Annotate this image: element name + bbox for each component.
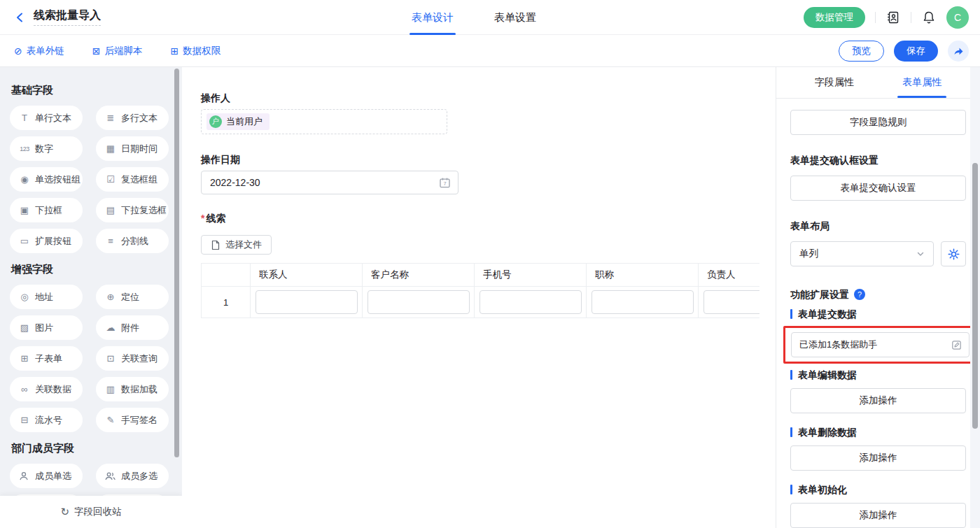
sidebar-item-label: 关联查询 [121, 352, 158, 365]
contacts-icon[interactable] [886, 10, 901, 25]
sidebar-item-label: 地址 [35, 291, 53, 304]
sidebar-item-address[interactable]: ◎地址 [10, 285, 83, 309]
add-action-delete-button[interactable]: 添加操作 [790, 445, 966, 471]
cell-contact [251, 287, 363, 318]
tab-form-design[interactable]: 表单设计 [412, 0, 454, 35]
layout-select[interactable]: 单列 [790, 241, 934, 266]
data-assistant-entry[interactable]: 已添加1条数据助手 [791, 332, 969, 357]
sidebar-item-number[interactable]: 123数字 [10, 136, 83, 161]
tab-form-properties[interactable]: 表单属性 [878, 67, 967, 98]
phone-input[interactable] [479, 290, 582, 314]
save-button[interactable]: 保存 [894, 41, 938, 62]
cell-customer [363, 287, 475, 318]
sidebar-item-label: 关联数据 [35, 383, 71, 396]
chart-bars-icon: ▥ [105, 384, 116, 394]
sidebar-item-member-single[interactable]: 成员单选 [10, 464, 83, 488]
sidebar-item-label: 成员单选 [35, 470, 71, 483]
sidebar-scrollbar[interactable] [174, 69, 179, 457]
pen-icon: ✎ [105, 415, 116, 425]
field-library-sidebar: 基础字段 T单行文本 ≣多行文本 123数字 ▦日期时间 ◉单选按钮组 ☑复选框… [0, 67, 182, 528]
edit-icon[interactable] [951, 340, 962, 350]
layout-settings-button[interactable] [941, 241, 966, 266]
sidebar-item-label: 数字 [35, 143, 53, 155]
help-icon[interactable]: ? [854, 289, 865, 300]
sidebar-item-single-line-text[interactable]: T单行文本 [10, 106, 83, 130]
sidebar-item-label: 子表单 [35, 352, 62, 365]
sidebar-item-location[interactable]: ⊕定位 [96, 285, 169, 309]
choose-file-label: 选择文件 [225, 238, 262, 251]
user-avatar[interactable]: C [946, 6, 969, 29]
add-action-init-button[interactable]: 添加操作 [790, 503, 966, 528]
form-external-link[interactable]: ⊘ 表单外链 [14, 45, 64, 57]
tab-field-properties[interactable]: 字段属性 [790, 67, 878, 98]
properties-tabs: 字段属性 表单属性 [776, 67, 980, 99]
extension-section-title: 功能扩展设置 [790, 287, 849, 301]
sidebar-item-multi-select[interactable]: ▤下拉复选框 [96, 198, 169, 222]
owner-input[interactable] [704, 290, 760, 314]
operator-user-box[interactable]: 户 当前用户 [201, 109, 447, 134]
sidebar-item-label: 复选框组 [121, 173, 158, 186]
calendar-icon: 7 [439, 177, 451, 189]
field-visibility-rules-button[interactable]: 字段显隐规则 [790, 110, 966, 135]
preview-button[interactable]: 预览 [839, 41, 884, 62]
sidebar-item-label: 流水号 [35, 414, 62, 427]
field-clue[interactable]: *线索 选择文件 联系人 客户名称 手机号 职称 负责人 [201, 211, 776, 318]
sidebar-item-image[interactable]: ▨图片 [10, 315, 83, 340]
field-recycle-bin-button[interactable]: ↻ 字段回收站 [0, 496, 182, 528]
checkbox-icon: ☑ [105, 174, 116, 185]
cell-owner [699, 287, 760, 318]
sidebar-item-extend-button[interactable]: ▭扩展按钮 [10, 229, 83, 253]
sidebar-item-attachment[interactable]: ☁附件 [96, 315, 169, 340]
field-operator[interactable]: 操作人 户 当前用户 [201, 91, 776, 134]
sidebar-item-subform[interactable]: ⊞子表单 [10, 346, 83, 371]
current-user-tag[interactable]: 户 当前用户 [206, 113, 270, 130]
add-action-edit-button[interactable]: 添加操作 [790, 388, 966, 413]
customer-input[interactable] [368, 290, 470, 314]
sidebar-item-label: 日期时间 [121, 143, 158, 155]
sidebar-item-linked-data[interactable]: ∞关联数据 [10, 377, 83, 401]
sidebar-item-checkbox-group[interactable]: ☑复选框组 [96, 167, 169, 192]
submit-confirm-settings-button[interactable]: 表单提交确认设置 [790, 176, 966, 201]
sidebar-item-member-multi[interactable]: 成员多选 [96, 464, 169, 488]
share-button[interactable] [948, 41, 969, 62]
sidebar-item-multi-line-text[interactable]: ≣多行文本 [96, 106, 169, 130]
title-input[interactable] [592, 290, 694, 314]
layout-select-value: 单列 [799, 248, 818, 260]
backend-script-link[interactable]: ⊠ 后端脚本 [92, 45, 143, 57]
radio-icon: ◉ [19, 174, 30, 185]
page-title[interactable]: 线索批量导入 [34, 9, 101, 26]
highlight-red-box: 已添加1条数据助手 [783, 326, 977, 364]
group-label-delete-data: 表单删除数据 [790, 425, 966, 439]
field-operation-date[interactable]: 操作日期 2022-12-30 7 [201, 152, 776, 194]
section-title-enhanced-fields: 增强字段 [11, 263, 168, 276]
notification-bell-icon[interactable] [921, 10, 937, 25]
data-manage-button[interactable]: 数据管理 [804, 7, 865, 28]
cell-title [587, 287, 699, 318]
gear-icon [948, 248, 960, 260]
contact-input[interactable] [255, 290, 358, 314]
tab-form-settings[interactable]: 表单设置 [494, 0, 536, 35]
sidebar-item-radio-group[interactable]: ◉单选按钮组 [10, 167, 83, 192]
choose-file-button[interactable]: 选择文件 [201, 235, 272, 255]
section-title-member-fields: 部门成员字段 [11, 442, 168, 455]
sidebar-item-signature[interactable]: ✎手写签名 [96, 408, 169, 432]
data-assistant-value: 已添加1条数据助手 [799, 338, 877, 351]
date-input[interactable]: 2022-12-30 7 [201, 171, 458, 194]
sidebar-item-select[interactable]: ▣下拉框 [10, 198, 83, 222]
backend-script-label: 后端脚本 [104, 45, 142, 57]
calendar-icon: ▦ [105, 143, 116, 154]
sidebar-item-label: 多行文本 [121, 112, 158, 124]
sidebar-item-datetime[interactable]: ▦日期时间 [96, 136, 169, 161]
sidebar-item-serial-number[interactable]: ⊟流水号 [10, 408, 83, 432]
back-button[interactable] [14, 11, 27, 24]
sidebar-item-divider[interactable]: ≡分割线 [96, 229, 169, 253]
subtable-header-row: 联系人 客户名称 手机号 职称 负责人 [202, 264, 760, 287]
multi-line-text-icon: ≣ [105, 113, 116, 123]
panel-scrollbar[interactable] [972, 163, 978, 429]
sidebar-item-linked-query[interactable]: ⊡关联查询 [96, 346, 169, 371]
sidebar-item-data-load[interactable]: ▥数据加载 [96, 377, 169, 401]
data-permission-label: 数据权限 [183, 45, 220, 57]
col-header-customer: 客户名称 [363, 264, 475, 287]
divider [875, 12, 876, 23]
data-permission-link[interactable]: ⊞ 数据权限 [170, 45, 220, 57]
